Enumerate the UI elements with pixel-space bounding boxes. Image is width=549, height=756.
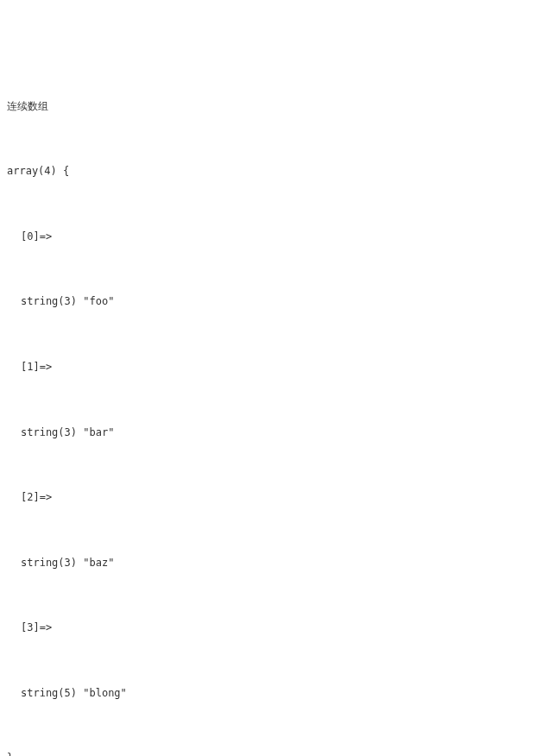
array-value: string(3) "baz" — [7, 552, 542, 574]
array-key: [2]=> — [7, 487, 542, 508]
array-key: [3]=> — [7, 617, 542, 639]
array-value: string(3) "bar" — [7, 422, 542, 444]
array-header: array(4) { — [7, 161, 542, 182]
array-value: string(3) "foo" — [7, 291, 542, 312]
array-footer: } — [7, 747, 542, 756]
array-key: [0]=> — [7, 226, 542, 248]
section-title: 连续数组 — [7, 96, 542, 117]
array-key: [1]=> — [7, 356, 542, 378]
array-value: string(5) "blong" — [7, 683, 542, 704]
code-output-container: 连续数组 array(4) { [0]=> string(3) "foo" [1… — [7, 9, 542, 756]
